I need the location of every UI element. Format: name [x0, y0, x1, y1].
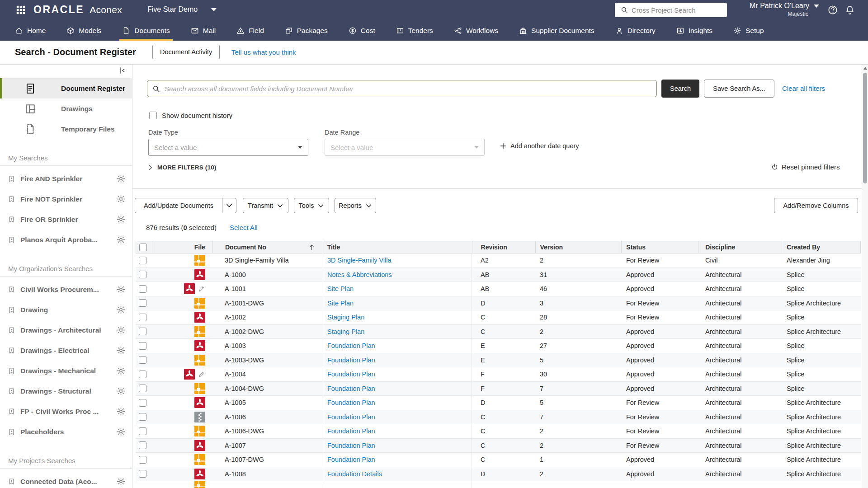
- feedback-link[interactable]: Tell us what you think: [231, 48, 296, 56]
- document-title-link[interactable]: Foundation Plan: [327, 371, 375, 378]
- vertical-scrollbar[interactable]: [862, 65, 868, 488]
- saved-search-item[interactable]: Drawings - Electrical: [0, 340, 132, 361]
- date-type-select[interactable]: Select a value: [148, 139, 308, 156]
- row-checkbox[interactable]: [139, 427, 146, 435]
- saved-search-item[interactable]: Drawing: [0, 300, 132, 320]
- row-checkbox[interactable]: [139, 371, 146, 378]
- document-search-input[interactable]: [165, 85, 652, 93]
- column-header-file[interactable]: File: [152, 241, 213, 253]
- document-title-link[interactable]: Foundation Plan: [327, 399, 375, 406]
- document-title-link[interactable]: Foundation Plan: [327, 456, 375, 463]
- saved-search-item[interactable]: Drawings - Architectural: [0, 320, 132, 340]
- nav-item-supplier-documents[interactable]: Supplier Documents: [519, 20, 594, 41]
- cross-project-search-input[interactable]: [632, 6, 723, 14]
- document-title-link[interactable]: Foundation Plan: [327, 385, 375, 392]
- saved-search-item[interactable]: Fire AND Sprinkler: [0, 169, 132, 189]
- add-update-documents-dropdown[interactable]: [222, 198, 236, 213]
- saved-search-item[interactable]: Fire OR Sprinkler: [0, 209, 132, 230]
- show-document-history[interactable]: Show document history: [149, 112, 232, 119]
- nav-item-setup[interactable]: Setup: [733, 20, 764, 41]
- gear-icon[interactable]: [116, 215, 126, 224]
- save-search-as-button[interactable]: Save Search As...: [704, 80, 774, 98]
- document-title-link[interactable]: Foundation Plan: [327, 357, 375, 364]
- reports-button[interactable]: Reports: [335, 198, 376, 213]
- saved-search-item[interactable]: Fire NOT Sprinkler: [0, 189, 132, 209]
- document-title-link[interactable]: Foundation Plan: [327, 413, 375, 421]
- user-menu[interactable]: Mr Patrick O'Leary Majestic: [729, 2, 819, 17]
- column-header-title[interactable]: Title: [323, 241, 472, 253]
- pencil-icon[interactable]: [198, 371, 205, 378]
- document-title-link[interactable]: 3D Single-Family Villa: [327, 257, 392, 264]
- row-checkbox[interactable]: [139, 314, 146, 321]
- project-selector[interactable]: Five Star Demo: [147, 5, 217, 14]
- gear-icon[interactable]: [116, 235, 126, 244]
- pencil-icon[interactable]: [198, 285, 205, 292]
- nav-item-insights[interactable]: Insights: [676, 20, 712, 41]
- app-launcher-icon[interactable]: [16, 5, 26, 15]
- nav-item-cost[interactable]: Cost: [349, 20, 375, 41]
- row-checkbox[interactable]: [139, 285, 146, 293]
- help-icon[interactable]: [827, 5, 838, 15]
- sidebar-item-temporary-files[interactable]: Temporary Files: [0, 119, 132, 139]
- search-button[interactable]: Search: [661, 80, 699, 98]
- row-checkbox[interactable]: [139, 441, 146, 449]
- sidebar-item-drawings[interactable]: Drawings: [0, 99, 132, 119]
- show-document-history-checkbox[interactable]: [149, 112, 157, 119]
- gear-icon[interactable]: [116, 174, 126, 183]
- row-checkbox[interactable]: [139, 328, 146, 335]
- document-title-link[interactable]: Staging Plan: [327, 328, 364, 335]
- column-header-created-by[interactable]: Created By: [782, 241, 861, 253]
- nav-item-documents[interactable]: Documents: [122, 20, 170, 41]
- document-activity-button[interactable]: Document Activity: [152, 45, 220, 59]
- row-checkbox[interactable]: [139, 299, 146, 307]
- nav-item-mail[interactable]: Mail: [191, 20, 216, 41]
- saved-search-item[interactable]: Placeholders: [0, 422, 132, 442]
- add-update-documents-button[interactable]: Add/Update Documents: [135, 198, 222, 213]
- gear-icon[interactable]: [116, 366, 126, 375]
- column-header-revision[interactable]: Revision: [472, 241, 536, 253]
- saved-search-item[interactable]: Connected Data (Aco...: [0, 471, 132, 488]
- header-checkbox[interactable]: [139, 244, 147, 251]
- saved-search-item[interactable]: Drawings - Mechanical: [0, 361, 132, 381]
- document-title-link[interactable]: Site Plan: [327, 300, 354, 307]
- gear-icon[interactable]: [116, 477, 126, 486]
- row-checkbox[interactable]: [139, 385, 146, 392]
- add-remove-columns-button[interactable]: Add/Remove Columns: [774, 198, 858, 213]
- nav-item-tenders[interactable]: Tenders: [396, 20, 433, 41]
- gear-icon[interactable]: [116, 407, 126, 416]
- nav-item-packages[interactable]: Packages: [285, 20, 328, 41]
- select-all-link[interactable]: Select All: [230, 224, 258, 231]
- saved-search-item[interactable]: Planos Arquit Aproba...: [0, 230, 132, 250]
- gear-icon[interactable]: [116, 427, 126, 436]
- tools-button[interactable]: Tools: [294, 198, 329, 213]
- nav-item-directory[interactable]: Directory: [615, 20, 656, 41]
- row-checkbox[interactable]: [139, 271, 146, 278]
- sidebar-collapse-icon[interactable]: [117, 66, 127, 75]
- gear-icon[interactable]: [116, 305, 126, 314]
- scroll-up-icon[interactable]: [863, 67, 867, 70]
- document-title-link[interactable]: Foundation Plan: [327, 427, 375, 435]
- gear-icon[interactable]: [116, 386, 126, 396]
- column-header-status[interactable]: Status: [622, 241, 698, 253]
- saved-search-item[interactable]: Drawings - Structural: [0, 381, 132, 401]
- document-title-link[interactable]: Foundation Plan: [327, 442, 375, 449]
- sidebar-item-document-register[interactable]: Document Register: [0, 78, 132, 99]
- saved-search-item[interactable]: FP - Civil Works Proc ...: [0, 401, 132, 422]
- document-title-link[interactable]: Foundation Details: [327, 470, 382, 478]
- column-header-discipline[interactable]: Discipline: [698, 241, 782, 253]
- more-filters-toggle[interactable]: MORE FILTERS (10): [147, 164, 217, 171]
- saved-search-item[interactable]: Civil Works Procurem...: [0, 279, 132, 300]
- clear-all-filters-link[interactable]: Clear all filters: [782, 84, 825, 92]
- gear-icon[interactable]: [116, 346, 126, 355]
- nav-item-home[interactable]: Home: [15, 20, 46, 41]
- reset-pinned-filters[interactable]: Reset pinned filters: [771, 163, 840, 171]
- gear-icon[interactable]: [116, 285, 126, 294]
- gear-icon[interactable]: [116, 194, 126, 204]
- add-date-query[interactable]: Add another date query: [500, 142, 579, 150]
- row-checkbox[interactable]: [139, 399, 146, 407]
- gear-icon[interactable]: [116, 325, 126, 335]
- row-checkbox[interactable]: [139, 470, 146, 478]
- column-header-version[interactable]: Version: [536, 241, 622, 253]
- row-checkbox[interactable]: [139, 342, 146, 350]
- nav-item-models[interactable]: Models: [66, 20, 101, 41]
